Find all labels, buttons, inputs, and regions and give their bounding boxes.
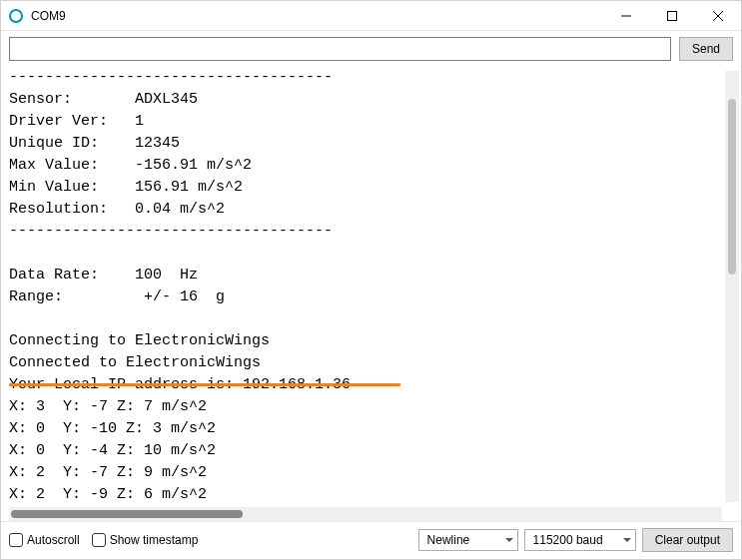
serial-output: ------------------------------------ Sen… [5,67,737,506]
output-wrap: ------------------------------------ Sen… [5,67,737,521]
serial-input[interactable] [9,37,671,61]
vertical-scrollbar[interactable] [725,71,739,502]
arduino-icon [9,9,23,23]
chevron-down-icon [505,538,513,542]
bottombar: Autoscroll Show timestamp Newline 115200… [1,521,741,558]
timestamp-checkbox[interactable]: Show timestamp [92,533,199,547]
maximize-button[interactable] [649,1,695,31]
chevron-down-icon [623,538,631,542]
autoscroll-checkbox[interactable]: Autoscroll [9,533,80,547]
horizontal-scrollbar-thumb[interactable] [11,510,243,518]
svg-rect-1 [668,11,677,20]
autoscroll-label: Autoscroll [27,533,80,547]
titlebar: COM9 [1,1,741,31]
baud-value: 115200 baud [533,533,603,547]
minimize-button[interactable] [603,1,649,31]
send-button[interactable]: Send [679,37,733,61]
clear-output-button[interactable]: Clear output [642,528,733,552]
checkbox-icon [92,533,106,547]
vertical-scrollbar-thumb[interactable] [728,99,736,275]
horizontal-scrollbar[interactable] [9,507,722,521]
line-ending-value: Newline [427,533,470,547]
checkbox-icon [9,533,23,547]
close-button[interactable] [695,1,741,31]
line-ending-select[interactable]: Newline [418,529,518,551]
baud-select[interactable]: 115200 baud [524,529,636,551]
window-title: COM9 [31,9,66,23]
annotation-underline [9,383,400,386]
timestamp-label: Show timestamp [110,533,199,547]
serial-output-text: ------------------------------------ Sen… [9,67,733,506]
send-row: Send [1,31,741,67]
